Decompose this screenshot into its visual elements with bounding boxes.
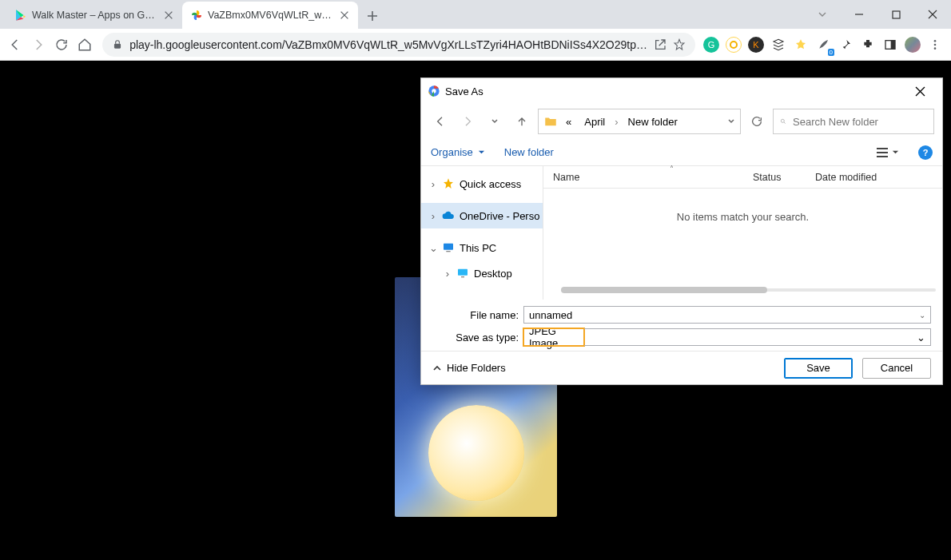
breadcrumb-prefix: « [561,113,576,131]
window-close-button[interactable] [914,2,951,26]
chevron-down-icon[interactable] [804,2,841,26]
organise-menu[interactable]: Organise [431,146,485,158]
folder-tree: › Quick access › OneDrive - Perso ⌄ This… [421,166,543,300]
ext-k-icon[interactable]: K [748,37,764,53]
search-input[interactable] [793,116,927,128]
tree-quick-access[interactable]: › Quick access [421,171,543,197]
ext-icon[interactable] [793,37,809,53]
forward-button[interactable] [28,34,48,56]
column-name[interactable]: Name [543,172,743,183]
save-type-select[interactable]: JPEG Image [523,328,584,346]
desktop-icon [456,267,469,280]
svg-rect-13 [458,269,468,276]
file-name-input[interactable]: unnamed ⌄ [523,306,931,324]
save-button[interactable]: Save [784,358,853,379]
breadcrumb-path[interactable]: « April › New folder [538,109,741,134]
search-icon [780,116,786,127]
share-icon[interactable] [654,38,666,51]
tab-title: VaZBmx0MV6VqWLtR_w5MvVgX [208,10,334,21]
dialog-titlebar: Save As [421,78,942,104]
ext-pin-icon[interactable] [838,37,854,53]
nav-recent-dropdown[interactable] [483,110,506,133]
extension-icons: G K 0 [703,37,946,53]
home-button[interactable] [74,34,94,56]
help-button[interactable]: ? [918,145,933,160]
back-button[interactable] [5,34,25,56]
dialog-close-button[interactable] [904,79,936,103]
svg-rect-11 [444,244,453,250]
tree-desktop[interactable]: › Desktop [421,260,543,286]
maximize-button[interactable] [877,2,914,26]
save-type-select-trailing[interactable]: ⌄ [584,328,931,346]
chevron-down-icon[interactable] [727,117,735,125]
chrome-menu-icon[interactable] [927,37,943,53]
dialog-navbar: « April › New folder [421,104,942,139]
nav-forward-button[interactable] [456,110,479,133]
chevron-down-icon [892,149,899,156]
tree-this-pc[interactable]: ⌄ This PC [421,235,543,260]
play-store-icon [14,9,27,22]
hide-folders-toggle[interactable]: Hide Folders [432,362,506,374]
ext-grammarly-icon[interactable]: G [703,37,719,53]
tree-label: Quick access [460,178,521,190]
new-tab-button[interactable] [361,5,384,27]
expand-icon[interactable]: › [429,178,437,190]
empty-message: No items match your search. [543,189,942,284]
ext-rocket-icon[interactable]: 0 [815,37,831,53]
nav-back-button[interactable] [429,110,452,133]
close-icon[interactable] [163,10,174,21]
profile-avatar[interactable] [905,37,921,53]
plus-icon [367,10,378,22]
chevron-up-icon [432,363,442,373]
column-status[interactable]: Status [743,172,806,183]
file-name-value: unnamed [529,309,572,321]
svg-point-5 [934,40,937,42]
new-folder-button[interactable]: New folder [504,146,554,158]
tree-label: This PC [460,242,496,254]
nav-up-button[interactable] [511,110,533,133]
tree-onedrive[interactable]: › OneDrive - Perso [421,203,543,228]
dialog-search-box[interactable] [773,109,934,134]
url-text: play-lh.googleusercontent.com/VaZBmx0MV6… [129,38,647,51]
chevron-down-icon[interactable]: ⌄ [919,311,925,320]
pc-icon [442,241,455,254]
horizontal-scrollbar[interactable] [561,284,936,296]
tab-title: Walk Master – Apps on Google P [32,10,158,21]
lock-icon [112,39,123,50]
reload-button[interactable] [51,34,71,56]
side-panel-icon[interactable] [882,37,898,53]
view-options-button[interactable] [876,147,899,158]
svg-rect-0 [893,11,900,18]
refresh-button[interactable] [746,110,768,133]
svg-point-2 [730,42,737,48]
breadcrumb-item[interactable]: April [579,113,610,131]
chevron-right-icon: › [613,116,619,128]
breadcrumb-item[interactable]: New folder [623,113,682,131]
column-headers: ˄ Name Status Date modified [543,166,942,189]
svg-rect-14 [461,276,464,277]
browser-toolbar: play-lh.googleusercontent.com/VaZBmx0MV6… [0,29,951,61]
ext-buffer-icon[interactable] [770,37,786,53]
cancel-button[interactable]: Cancel [862,358,931,379]
close-icon[interactable] [339,10,350,21]
sort-indicator-icon: ˄ [670,165,674,173]
extensions-menu-icon[interactable] [860,37,876,53]
expand-icon[interactable]: › [429,210,437,222]
cloud-icon [442,209,455,222]
svg-rect-1 [114,43,121,48]
ext-icon[interactable] [726,37,742,53]
minimize-button[interactable] [841,2,877,26]
expand-icon[interactable]: › [444,268,452,280]
bookmark-star-icon[interactable] [673,38,686,51]
tab-inactive[interactable]: Walk Master – Apps on Google P [6,2,182,29]
chevron-down-icon [478,149,485,156]
google-photos-icon [190,9,203,22]
dialog-footer: Hide Folders Save Cancel [421,351,942,384]
dialog-body: › Quick access › OneDrive - Perso ⌄ This… [421,166,942,300]
tree-label: Desktop [474,268,512,280]
collapse-icon[interactable]: ⌄ [429,242,437,254]
column-date[interactable]: Date modified [806,172,942,183]
svg-point-6 [934,43,937,46]
address-bar[interactable]: play-lh.googleusercontent.com/VaZBmx0MV6… [102,33,695,57]
tab-active[interactable]: VaZBmx0MV6VqWLtR_w5MvVgX [182,2,358,29]
